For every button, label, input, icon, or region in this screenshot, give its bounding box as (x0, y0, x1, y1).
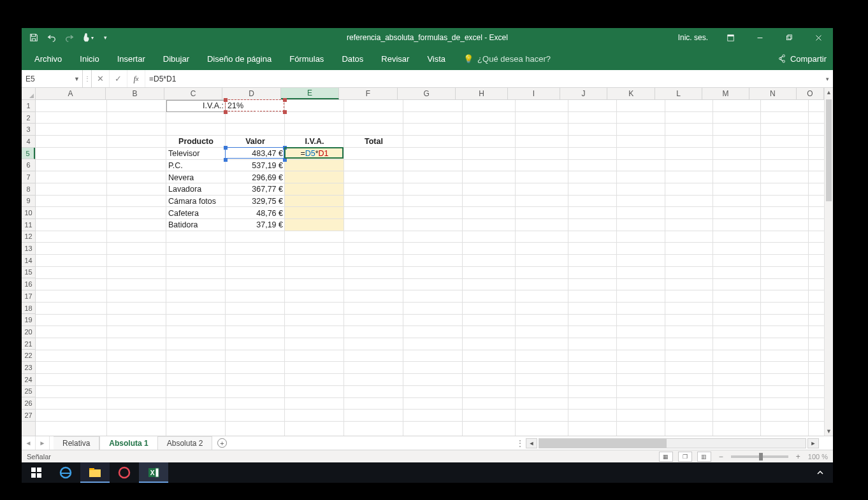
cell-valor[interactable]: 329,75 € (226, 196, 285, 208)
row-header-27[interactable]: 27 (22, 410, 35, 422)
tab-vista[interactable]: Vista (418, 47, 454, 70)
cell-producto[interactable]: Cámara fotos (166, 196, 226, 208)
zoom-slider[interactable] (731, 455, 788, 458)
cell-producto[interactable]: Cafetera (166, 207, 226, 219)
editing-cell-e5[interactable]: =D5*D1 (285, 148, 344, 160)
sheet-tab-absoluta1[interactable]: Absoluta 1 (99, 436, 157, 450)
col-header-L[interactable]: L (655, 88, 702, 99)
minimize-button[interactable] (745, 28, 774, 47)
col-header-H[interactable]: H (456, 88, 508, 99)
taskbar-excel-icon[interactable]: X (139, 462, 168, 483)
cell-iva-label[interactable]: I.V.A.: (166, 100, 226, 112)
cell-producto[interactable]: Nevera (166, 171, 226, 183)
scroll-right-icon[interactable]: ► (807, 438, 819, 448)
sheet-nav-prev[interactable]: ◄ (22, 436, 36, 450)
col-header-K[interactable]: K (607, 88, 655, 99)
taskbar-app-icon[interactable] (110, 462, 139, 483)
new-sheet-button[interactable]: + (212, 436, 231, 450)
col-header-M[interactable]: M (702, 88, 749, 99)
row-header-22[interactable]: 22 (22, 350, 35, 362)
scroll-up-icon[interactable]: ▲ (825, 88, 833, 97)
row-headers[interactable]: 1234567891011121314151617181920212223242… (22, 100, 36, 436)
col-header-A[interactable]: A (36, 88, 106, 99)
row-header-7[interactable]: 7 (22, 171, 35, 183)
column-headers[interactable]: ABCDEFGHIJKLMNO (36, 88, 824, 100)
view-page-layout-icon[interactable]: ❐ (678, 452, 692, 462)
row-header-17[interactable]: 17 (22, 290, 35, 303)
tab-revisar[interactable]: Revisar (372, 47, 418, 70)
ribbon-display-options-icon[interactable] (716, 28, 745, 47)
scroll-left-icon[interactable]: ◄ (526, 438, 537, 448)
row-header-6[interactable]: 6 (22, 159, 35, 171)
row-header-1[interactable]: 1 (22, 100, 35, 112)
row-header-16[interactable]: 16 (22, 278, 35, 290)
cell-producto[interactable]: P.C. (166, 160, 226, 172)
col-header-C[interactable]: C (164, 88, 223, 99)
cancel-formula-button[interactable]: ✕ (92, 70, 110, 87)
sheet-tab-relativa[interactable]: Relativa (54, 436, 99, 450)
cell-valor[interactable]: 537,19 € (226, 160, 285, 172)
col-header-E[interactable]: E (281, 88, 340, 99)
cell-producto[interactable]: Televisor (166, 148, 226, 160)
cell-iva-pct[interactable]: 21% (226, 100, 285, 112)
col-header-F[interactable]: F (339, 88, 398, 99)
zoom-in-button[interactable]: + (793, 452, 803, 461)
expand-formula-bar-icon[interactable]: ▾ (826, 76, 829, 82)
insert-function-button[interactable]: fx (127, 70, 145, 87)
scrollbar-thumb[interactable] (826, 99, 832, 201)
redo-icon[interactable] (62, 31, 76, 45)
tab-dibujar[interactable]: Dibujar (154, 47, 198, 70)
scroll-down-icon[interactable]: ▼ (825, 427, 833, 436)
select-all-triangle[interactable] (22, 88, 36, 100)
header-iva[interactable]: I.V.A. (285, 136, 344, 148)
qat-customize-icon[interactable]: ▾ (98, 31, 112, 45)
share-button[interactable]: Compartir (778, 47, 827, 70)
row-header-4[interactable]: 4 (22, 136, 35, 148)
windows-taskbar[interactable]: X (22, 462, 833, 483)
taskbar-edge-icon[interactable] (51, 462, 80, 483)
view-page-break-icon[interactable]: ▥ (697, 452, 711, 462)
view-normal-icon[interactable]: ▦ (659, 452, 673, 462)
sheet-tab-absoluta2[interactable]: Absoluta 2 (158, 436, 213, 450)
col-header-B[interactable]: B (106, 88, 164, 99)
col-header-D[interactable]: D (222, 88, 281, 99)
cell-valor[interactable]: 367,77 € (226, 183, 285, 196)
row-header-8[interactable]: 8 (22, 183, 35, 196)
row-header-9[interactable]: 9 (22, 196, 35, 208)
row-header-19[interactable]: 19 (22, 314, 35, 326)
row-header-12[interactable]: 12 (22, 231, 35, 243)
h-scroll-thumb[interactable] (539, 439, 667, 448)
row-header-2[interactable]: 2 (22, 112, 35, 124)
sheet-nav-next[interactable]: ► (36, 436, 50, 450)
row-header-26[interactable]: 26 (22, 397, 35, 410)
col-header-I[interactable]: I (508, 88, 560, 99)
cell-valor[interactable]: 483,47 € (226, 148, 285, 160)
row-header-24[interactable]: 24 (22, 374, 35, 386)
row-header-25[interactable]: 25 (22, 386, 35, 398)
row-header-18[interactable]: 18 (22, 303, 35, 315)
enter-formula-button[interactable]: ✓ (110, 70, 127, 87)
undo-icon[interactable] (45, 31, 59, 45)
col-header-O[interactable]: O (797, 88, 824, 99)
row-header-23[interactable]: 23 (22, 362, 35, 374)
cells-area[interactable]: I.V.A.:21%ProductoValorI.V.A.TotalTelevi… (36, 100, 824, 436)
header-valor[interactable]: Valor (226, 136, 285, 148)
tab-archivo[interactable]: Archivo (25, 47, 71, 70)
tab-inicio[interactable]: Inicio (71, 47, 108, 70)
save-icon[interactable] (27, 31, 41, 45)
row-header-15[interactable]: 15 (22, 267, 35, 279)
row-header-20[interactable]: 20 (22, 326, 35, 338)
tellme-search[interactable]: 💡¿Qué desea hacer? (454, 47, 560, 70)
row-header-10[interactable]: 10 (22, 207, 35, 219)
row-header-5[interactable]: 5 (22, 148, 35, 160)
taskbar-explorer-icon[interactable] (80, 462, 110, 483)
row-header-21[interactable]: 21 (22, 338, 35, 350)
signin-link[interactable]: Inic. ses. (670, 33, 716, 42)
header-total[interactable]: Total (344, 136, 403, 148)
tab-diseno[interactable]: Diseño de página (198, 47, 280, 70)
row-header-3[interactable]: 3 (22, 124, 35, 136)
touch-mode-icon[interactable]: ▾ (80, 31, 94, 45)
header-producto[interactable]: Producto (166, 136, 226, 148)
zoom-out-button[interactable]: − (716, 452, 726, 461)
split-handle-icon[interactable]: ⋮ (517, 439, 523, 448)
